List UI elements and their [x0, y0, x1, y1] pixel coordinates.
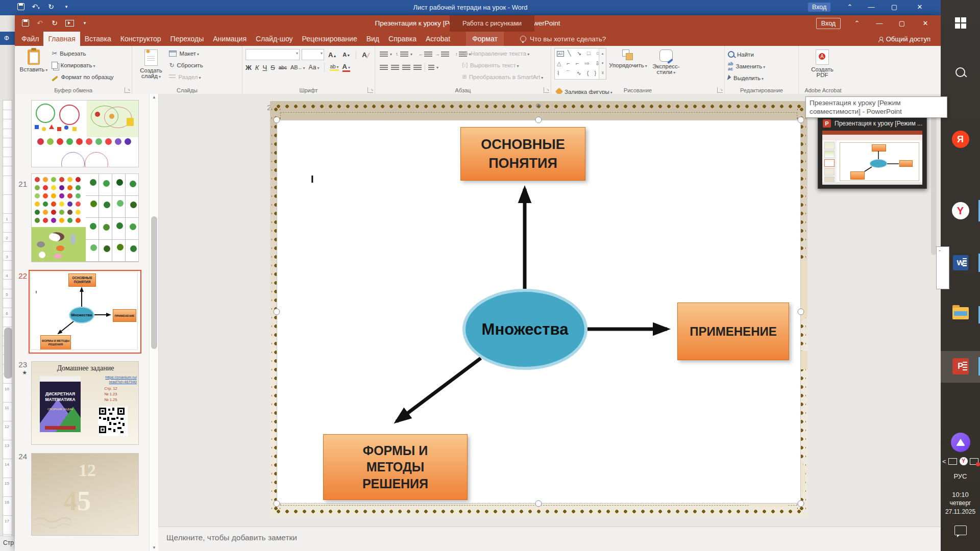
selection-handle-midright[interactable] — [798, 309, 804, 315]
powerpoint-taskbar-button[interactable]: P — [941, 358, 980, 374]
tab-acrobat[interactable]: Acrobat — [421, 32, 455, 46]
tab-animations[interactable]: Анимация — [208, 32, 251, 46]
arrange-button[interactable]: Упорядочить — [608, 48, 647, 86]
slide-21-thumbnail[interactable] — [31, 173, 139, 262]
font-dialog-launcher-icon[interactable]: ↘ — [368, 87, 373, 93]
diagram-top-box[interactable]: ОСНОВНЫЕ ПОНЯТИЯ — [460, 127, 585, 181]
shapes-gallery-scrollbar[interactable]: ▴▾⊻ — [599, 48, 606, 79]
justify-button[interactable] — [412, 64, 423, 71]
homework-link[interactable]: https://znanium.ru/read?id=467940 — [87, 375, 137, 384]
strikethrough-button[interactable]: S — [271, 64, 275, 71]
format-painter-button[interactable]: Формат по образцу — [52, 71, 113, 82]
highlight-color-button[interactable]: ab — [330, 64, 338, 71]
align-text-button[interactable]: [↕]Выровнять текст — [462, 60, 543, 70]
customize-qat-icon[interactable]: ▾ — [81, 18, 89, 28]
canvas-scrollbar-thumb[interactable] — [931, 102, 937, 255]
clock-weekday[interactable]: четверг — [941, 499, 980, 507]
increase-indent-button[interactable]: → — [434, 51, 451, 58]
decrease-indent-button[interactable]: ← — [417, 51, 434, 58]
align-left-button[interactable] — [378, 64, 389, 71]
columns-button[interactable] — [427, 64, 440, 71]
preview-mini-window[interactable] — [822, 131, 922, 185]
clipboard-dialog-launcher-icon[interactable]: ↘ — [125, 87, 130, 93]
cut-button[interactable]: Вырезать — [52, 48, 113, 59]
new-slide-button[interactable]: Создать слайд — [135, 48, 167, 86]
taskbar-search-button[interactable] — [941, 67, 980, 77]
shapes-row-3[interactable]: ⌇ ⌒ ∿ { } ☆ — [555, 68, 606, 78]
notes-area[interactable]: Щелкните, чтобы добавить заметки — [158, 527, 941, 551]
convert-smartart-button[interactable]: ⊞Преобразовать в SmartArt — [462, 71, 543, 82]
quick-styles-button[interactable]: Экспресс- стили — [650, 48, 682, 86]
tab-view[interactable]: Вид — [362, 32, 384, 46]
slide-24-thumbnail[interactable]: 12 45 — [31, 453, 139, 536]
font-size-combobox[interactable] — [302, 49, 324, 60]
share-button[interactable]: Общий доступ — [878, 32, 930, 46]
select-button[interactable]: Выделить — [728, 72, 765, 83]
word-restore-button[interactable]: ▢ — [889, 3, 899, 11]
paste-button[interactable]: Вставить — [18, 48, 50, 86]
selection-handle-bottomright[interactable] — [798, 500, 804, 507]
tab-format-contextual[interactable]: Формат — [466, 32, 504, 46]
ppt-restore-button[interactable]: ▢ — [897, 19, 907, 27]
decrease-font-icon[interactable]: А▼ — [340, 52, 352, 58]
yandex-browser-button[interactable]: Я — [941, 131, 980, 148]
explorer-taskbar-button[interactable] — [941, 307, 980, 319]
word-ribbon-options-icon[interactable]: ⌃ — [845, 3, 855, 11]
yandex-start-button[interactable]: Y — [941, 202, 980, 219]
language-indicator[interactable]: РУС — [941, 472, 980, 480]
start-slideshow-icon[interactable] — [65, 20, 74, 27]
font-color-button[interactable]: А — [342, 63, 350, 72]
slide-20-thumbnail[interactable] — [31, 100, 139, 167]
font-name-combobox[interactable] — [246, 49, 300, 60]
copy-button[interactable]: Копировать — [52, 60, 113, 70]
character-spacing-button[interactable]: АВ↔ — [290, 64, 305, 70]
thumbnails-scrollbar-thumb[interactable] — [151, 216, 157, 349]
save-icon[interactable] — [22, 19, 29, 27]
tab-file[interactable]: Файл — [17, 32, 43, 46]
tab-design[interactable]: Конструктор — [116, 32, 166, 46]
rotate-handle[interactable]: ⟳ — [534, 102, 543, 110]
word-minimize-button[interactable]: — — [866, 3, 876, 11]
change-case-button[interactable]: Аа — [309, 64, 320, 71]
tab-home[interactable]: Главная — [43, 32, 80, 46]
create-pdf-button[interactable]: Создать PDF — [802, 48, 843, 86]
clock-date[interactable]: 27.11.2025 — [941, 508, 980, 515]
tab-review[interactable]: Рецензирование — [298, 32, 362, 46]
screencast-icon[interactable] — [970, 458, 978, 465]
network-display-icon[interactable] — [948, 458, 957, 465]
diagram-center-ellipse[interactable]: Множества — [462, 289, 587, 370]
italic-button[interactable]: К — [255, 64, 259, 71]
tab-insert[interactable]: Вставка — [80, 32, 116, 46]
drawing-dialog-launcher-icon[interactable]: ↘ — [717, 87, 723, 93]
shapes-row-2[interactable]: △ ⌐ ⌐ ⇨ ⇩ ☆ — [555, 59, 606, 68]
tellme-box[interactable]: Что вы хотите сделать? — [520, 32, 606, 46]
diagram-right-box[interactable]: ПРИМЕНЕНИЕ — [677, 303, 789, 360]
selection-handle-topcenter[interactable] — [535, 117, 542, 123]
align-center-button[interactable] — [389, 64, 401, 71]
alice-assistant-button[interactable] — [941, 433, 980, 452]
hidden-icons-chevron[interactable]: < — [942, 458, 946, 465]
find-button[interactable]: Найти — [728, 49, 765, 60]
word-signin-button[interactable]: Вход — [808, 3, 830, 12]
diagram-bottom-box[interactable]: ФОРМЫ И МЕТОДЫ РЕШЕНИЯ — [323, 434, 468, 500]
tab-help[interactable]: Справка — [384, 32, 421, 46]
clock-time[interactable]: 10:10 — [941, 491, 980, 498]
slide-23-thumbnail[interactable]: Домашнее задание https://znanium.ru/read… — [31, 361, 139, 445]
align-right-button[interactable] — [401, 64, 412, 71]
paragraph-dialog-launcher-icon[interactable]: ↘ — [544, 87, 549, 93]
selection-handle-topright[interactable] — [798, 117, 804, 123]
word-scrollbar-thumb[interactable] — [4, 328, 12, 379]
text-direction-button[interactable]: ↕АНаправление текста — [462, 48, 543, 59]
selection-handle-midleft[interactable] — [274, 309, 280, 315]
section-button[interactable]: Раздел — [169, 71, 203, 82]
underline-button[interactable]: Ч — [262, 64, 267, 71]
ppt-close-button[interactable]: ✕ — [920, 19, 930, 27]
textbox-shape-icon[interactable]: A≡ — [557, 51, 564, 57]
scroll-down-icon[interactable]: ▼ — [150, 545, 159, 550]
selection-handle-bottomcenter[interactable] — [535, 500, 542, 507]
shapes-gallery[interactable]: A≡ ╲ ↘ □ ○ ▢ △ ⌐ ⌐ ⇨ ⇩ ☆ ⌇ ⌒ ∿ { } ☆ ▴▾⊻ — [554, 48, 606, 80]
selection-handle-topleft[interactable] — [274, 117, 280, 123]
layout-button[interactable]: Макет — [169, 48, 203, 59]
start-button[interactable] — [941, 17, 980, 29]
word-close-button[interactable]: ✕ — [915, 3, 925, 11]
